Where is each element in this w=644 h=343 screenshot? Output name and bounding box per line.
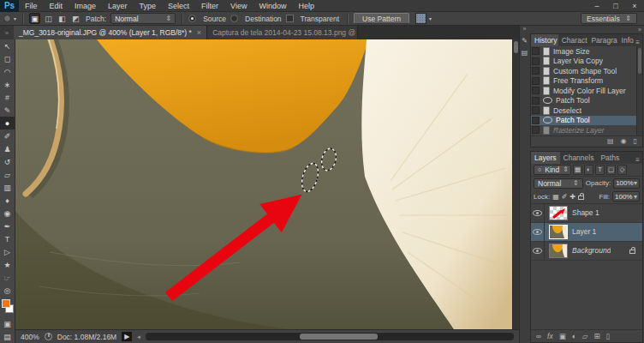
history-source-checkbox[interactable]: [532, 47, 540, 55]
add-layer-mask-icon[interactable]: ▣: [559, 332, 566, 340]
use-pattern-button[interactable]: Use Pattern: [354, 13, 409, 24]
tab-info[interactable]: Info: [618, 34, 636, 46]
pen-tool-button[interactable]: ✒: [0, 220, 15, 232]
new-snapshot-icon[interactable]: ◉: [621, 137, 627, 145]
brush-panel-icon[interactable]: ✎: [520, 34, 530, 46]
tool-preset-arrow-icon[interactable]: ▾: [14, 15, 16, 21]
lock-pixels-icon[interactable]: ✐: [562, 193, 568, 201]
collapse-dock-icon[interactable]: »: [529, 26, 644, 33]
opacity-field[interactable]: 100% ▾: [613, 178, 640, 189]
destination-label[interactable]: Destination: [245, 15, 282, 23]
fill-field[interactable]: 100% ▾: [612, 191, 640, 202]
panel-menu-icon[interactable]: ≡: [635, 156, 642, 164]
history-scrollbar[interactable]: [636, 46, 642, 135]
layer-thumbnail[interactable]: [549, 225, 568, 239]
layer-thumbnail[interactable]: [549, 244, 568, 258]
history-item[interactable]: Patch Tool: [531, 96, 636, 106]
tool-preset-icon[interactable]: [3, 15, 11, 22]
menu-filter[interactable]: Filter: [195, 0, 224, 12]
foreground-color-swatch[interactable]: [2, 299, 10, 308]
menu-edit[interactable]: Edit: [44, 0, 69, 12]
history-item-undone[interactable]: Rasterize Layer: [531, 125, 636, 135]
patch-tool-button[interactable]: ●: [0, 117, 15, 129]
tab-overflow-icon[interactable]: »: [0, 26, 14, 39]
document-tab-inactive[interactable]: Captura de tela 2014-04-23 15.08.13.png …: [207, 26, 358, 39]
vertical-scrollbar-thumb[interactable]: [514, 41, 518, 53]
gradient-tool-button[interactable]: ▥: [0, 181, 15, 194]
source-radio[interactable]: [188, 15, 196, 22]
pattern-arrow-icon[interactable]: ▾: [429, 15, 432, 21]
tab-paragraph[interactable]: Paragra: [587, 34, 617, 46]
layer-style-icon[interactable]: fx: [547, 332, 553, 340]
add-selection-mode-button[interactable]: ◫: [43, 13, 54, 24]
menu-help[interactable]: Help: [292, 0, 320, 12]
history-source-checkbox[interactable]: [532, 97, 540, 105]
patch-mode-dropdown[interactable]: Normal ⇕: [110, 13, 176, 24]
document-tab-active[interactable]: _MG_3018-original.JPG @ 400% (Layer 1, R…: [14, 26, 207, 39]
history-source-checkbox[interactable]: [532, 77, 540, 85]
panel-menu-icon[interactable]: ≡: [635, 39, 642, 46]
new-layer-icon[interactable]: ⊞: [593, 332, 599, 340]
filter-shape-layers-icon[interactable]: ▢: [606, 165, 616, 175]
marquee-tool-button[interactable]: ◻: [0, 52, 15, 65]
menu-layer[interactable]: Layer: [102, 0, 134, 12]
expand-dock-icon[interactable]: »: [523, 26, 527, 34]
shape-tool-button[interactable]: ★: [0, 258, 15, 271]
visibility-toggle[interactable]: [531, 241, 545, 260]
new-group-icon[interactable]: ▱: [582, 332, 588, 340]
tab-character[interactable]: Charact: [558, 34, 588, 46]
quick-selection-tool-button[interactable]: ∗: [0, 78, 15, 91]
history-source-checkbox[interactable]: [532, 67, 540, 75]
visibility-toggle[interactable]: [531, 222, 545, 241]
brush-tool-button[interactable]: ✐: [0, 129, 15, 142]
horizontal-scrollbar[interactable]: [146, 333, 514, 340]
history-item[interactable]: Modify Color Fill Layer: [531, 86, 636, 96]
layer-row-shape1[interactable]: Shape 1: [531, 204, 642, 223]
screen-mode-button[interactable]: ▤: [0, 330, 15, 343]
path-selection-tool-button[interactable]: ▷: [0, 245, 15, 258]
history-item[interactable]: Free Transform: [531, 76, 636, 87]
lock-transparency-icon[interactable]: ▦: [552, 193, 559, 201]
zoom-tool-button[interactable]: ◎: [0, 284, 15, 297]
history-item[interactable]: Custom Shape Tool: [531, 66, 636, 76]
layer-row-background[interactable]: Background: [531, 242, 642, 261]
layer-thumbnail[interactable]: [549, 206, 568, 220]
adjustment-layer-icon[interactable]: ◐: [572, 332, 576, 340]
tab-channels[interactable]: Channels: [560, 152, 598, 164]
menu-window[interactable]: Window: [253, 0, 292, 12]
visibility-toggle[interactable]: [531, 203, 545, 222]
clone-stamp-tool-button[interactable]: ♟: [0, 142, 15, 155]
history-item-selected[interactable]: Patch Tool: [531, 116, 636, 126]
tab-history[interactable]: History: [531, 34, 558, 46]
layer-row-layer1-selected[interactable]: Layer 1: [531, 223, 642, 242]
subtract-selection-mode-button[interactable]: ◧: [57, 13, 68, 24]
menu-view[interactable]: View: [224, 0, 253, 12]
new-selection-mode-button[interactable]: ▣: [29, 13, 40, 24]
zoom-level[interactable]: 400%: [21, 333, 39, 341]
move-tool-button[interactable]: ↖: [0, 39, 15, 52]
filter-adjustment-layers-icon[interactable]: ◐: [584, 165, 593, 175]
crop-tool-button[interactable]: #: [0, 91, 15, 104]
filter-type-layers-icon[interactable]: T: [595, 165, 605, 175]
pattern-swatch[interactable]: [415, 13, 426, 24]
history-source-checkbox[interactable]: [532, 117, 540, 124]
eraser-tool-button[interactable]: ▱: [0, 168, 15, 181]
vertical-scrollbar[interactable]: [512, 39, 519, 329]
tab-layers[interactable]: Layers: [531, 152, 560, 164]
type-tool-button[interactable]: T: [0, 232, 15, 245]
source-label[interactable]: Source: [203, 15, 226, 23]
scroll-left-icon[interactable]: ◂: [137, 334, 140, 340]
lock-position-icon[interactable]: ✚: [569, 193, 575, 201]
history-item[interactable]: Image Size: [531, 46, 636, 57]
history-source-checkbox[interactable]: [532, 106, 540, 114]
dodge-tool-button[interactable]: ◉: [0, 207, 15, 220]
history-brush-tool-button[interactable]: ↺: [0, 155, 15, 168]
history-source-checkbox[interactable]: [532, 126, 540, 134]
layer-name[interactable]: Background: [572, 246, 611, 255]
eyedropper-tool-button[interactable]: ✎: [0, 104, 15, 117]
new-document-from-state-icon[interactable]: ▤: [607, 137, 614, 145]
status-flyout-icon[interactable]: ▶: [122, 332, 132, 341]
horizontal-scrollbar-thumb[interactable]: [300, 334, 377, 340]
menu-image[interactable]: Image: [69, 0, 102, 12]
lasso-tool-button[interactable]: ◠: [0, 65, 15, 78]
